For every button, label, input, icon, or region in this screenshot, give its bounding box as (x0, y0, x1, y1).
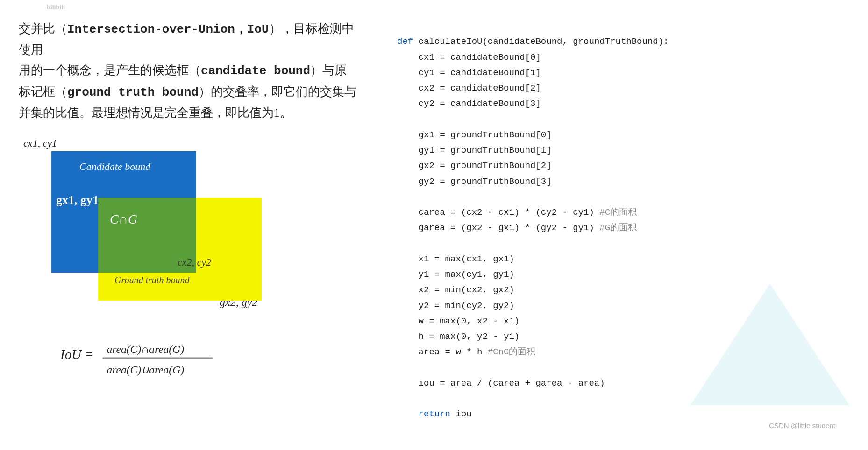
code-line-18: y2 = min(cy2, gy2) (397, 301, 514, 311)
code-line-4: cx2 = candidateBound[2] (397, 83, 541, 93)
code-line-7: gx1 = groundTruthBound[0] (397, 130, 552, 140)
code-line-17: x2 = min(cx2, gx2) (397, 285, 514, 295)
code-line-15: x1 = max(cx1, gx1) (397, 254, 514, 264)
code-line-8: gy1 = groundTruthBound[1] (397, 145, 552, 155)
ground-truth-label: Ground truth bound (114, 275, 189, 286)
description-content: 交并比（Intersection-over-Union，IoU），目标检测中使用… (19, 22, 356, 120)
code-line-13: garea = (gx2 - gx1) * (gy2 - gy1) #G的面积 (397, 223, 637, 233)
code-line-6 (397, 114, 402, 125)
code-line-1: def calculateIoU(candidateBound, groundT… (397, 36, 669, 47)
svg-text:area(C)∩area(G): area(C)∩area(G) (107, 343, 185, 355)
svg-text:area(C)∪area(G): area(C)∪area(G) (107, 364, 185, 376)
code-line-24 (397, 394, 402, 404)
candidate-label: Candidate bound (79, 161, 150, 173)
triangle-decoration (690, 279, 849, 410)
code-line-12: carea = (cx2 - cx1) * (cy2 - cy1) #C的面积 (397, 207, 637, 218)
label-cx2cy2: cx2, cy2 (178, 256, 211, 268)
code-line-20: h = max(0, y2 - y1) (397, 331, 519, 342)
code-line-11 (397, 192, 402, 202)
watermark: CSDN @little student (769, 422, 835, 429)
label-gx1gy1: gx1, gy1 (56, 193, 99, 207)
intersection-label: C∩G (110, 212, 137, 227)
page-container: bilibili 交并比（Intersection-over-Union，IoU… (0, 0, 868, 450)
right-panel: def calculateIoU(candidateBound, groundT… (369, 14, 849, 438)
code-line-25: return iou (397, 409, 472, 419)
formula-svg: IoU = area(C)∩area(G) area(C)∪area(G) (56, 333, 234, 380)
description-text: 交并比（Intersection-over-Union，IoU），目标检测中使用… (19, 19, 360, 123)
code-line-16: y1 = max(cy1, gy1) (397, 269, 514, 280)
code-line-5: cy2 = candidateBound[3] (397, 98, 541, 109)
svg-text:IoU =: IoU = (60, 346, 94, 361)
diagram-area: cx1, cy1 Candidate bound gx1, gy1 C∩G cx… (23, 137, 332, 315)
label-cx1cy1: cx1, cy1 (23, 137, 57, 149)
formula-area: IoU = area(C)∩area(G) area(C)∪area(G) (56, 333, 360, 382)
code-line-9: gx2 = groundTruthBound[2] (397, 161, 552, 171)
code-line-2: cx1 = candidateBound[0] (397, 52, 541, 63)
bilibili-logo: bilibili (47, 4, 65, 11)
code-line-3: cy1 = candidateBound[1] (397, 68, 541, 78)
code-line-22 (397, 363, 402, 373)
code-line-19: w = max(0, x2 - x1) (397, 316, 519, 326)
code-line-23: iou = area / (carea + garea - area) (397, 378, 605, 388)
left-panel: 交并比（Intersection-over-Union，IoU），目标检测中使用… (19, 14, 369, 438)
svg-marker-4 (690, 284, 849, 405)
code-line-21: area = w * h #CnG的面积 (397, 347, 535, 357)
code-line-10: gy2 = groundTruthBound[3] (397, 176, 552, 187)
code-line-14 (397, 239, 402, 249)
